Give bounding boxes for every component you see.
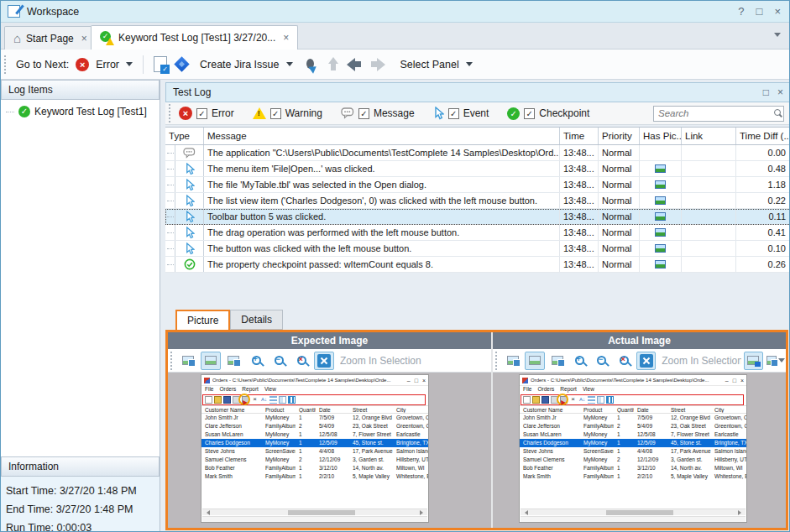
menu-item-file[interactable]: File <box>523 386 531 394</box>
menu-item-orders[interactable]: Orders <box>537 386 554 394</box>
orders-row[interactable]: Mark SmithFamilyAlbum12/2/105, Maple Val… <box>520 472 746 481</box>
picture-icon[interactable] <box>655 196 666 205</box>
maximize-icon[interactable]: □ <box>756 5 763 18</box>
orders-column-header[interactable]: City <box>393 406 428 414</box>
fit-to-window-icon[interactable] <box>636 352 656 370</box>
delete-icon[interactable]: × <box>569 396 577 404</box>
menu-item-view[interactable]: View <box>583 386 594 394</box>
tab-keyword-test-log[interactable]: ✓ Keyword Test Log [Test1] 3/27/20... × <box>91 25 298 50</box>
scroll-right-icon[interactable] <box>738 510 744 515</box>
orders-column-header[interactable]: Street <box>667 406 711 414</box>
toolbar-grip[interactable] <box>169 104 172 123</box>
log-row[interactable]: The menu item 'File|Open...' was clicked… <box>165 161 790 177</box>
picture-icon[interactable] <box>655 212 666 221</box>
error-checkbox[interactable]: ✓ <box>196 108 207 119</box>
orders-row[interactable]: Susan McLarenMyMoney112/5/087, Flower St… <box>520 430 746 439</box>
orders-column-header[interactable]: Product <box>262 406 296 414</box>
orders-row[interactable]: Charles DodgesonMyMoney112/5/0945, Stone… <box>201 439 428 447</box>
filter-error[interactable]: × ✓ Error <box>179 107 234 120</box>
scroll-thumb[interactable] <box>606 510 673 515</box>
maximize-icon[interactable]: □ <box>733 378 736 383</box>
toolbar-grip[interactable] <box>495 352 499 370</box>
maximize-icon[interactable]: □ <box>763 86 769 98</box>
orders-column-header[interactable]: Quantity <box>296 406 316 414</box>
orders-row[interactable]: Susan McLarenMyMoney112/5/087, Flower St… <box>201 430 428 439</box>
log-row[interactable]: The list view item ('Charles Dodgeson', … <box>165 193 790 209</box>
pan-mode-icon[interactable] <box>525 352 544 370</box>
results-check-icon[interactable] <box>154 56 167 72</box>
expected-image-viewer[interactable]: Orders - C:\Users\Public\Documents\TestC… <box>168 373 491 528</box>
orders-row[interactable]: John Smith JrMyMoney17/5/0912, Orange Bl… <box>520 414 746 422</box>
log-row[interactable]: The application "C:\Users\Public\Documen… <box>165 145 790 161</box>
filter-event[interactable]: ✓ Event <box>433 107 489 120</box>
toolbar-grip[interactable] <box>170 352 174 370</box>
orders-row[interactable]: Clare JeffersonFamilyAlbum25/4/0923, Oak… <box>520 422 746 430</box>
orders-hscrollbar[interactable] <box>521 509 746 515</box>
minimize-icon[interactable]: – <box>725 378 729 383</box>
orders-row[interactable]: Samuel ClemensMyMoney212/12/093, Garden … <box>201 456 428 464</box>
open-folder-icon[interactable] <box>532 396 540 404</box>
picture-options-icon[interactable] <box>766 352 786 370</box>
grid-icon[interactable] <box>597 396 604 404</box>
columns-icon[interactable] <box>606 396 614 404</box>
orders-row[interactable]: Bob FeatherFamilyAlbum13/12/1014, North … <box>520 464 746 472</box>
column-header-has-picture[interactable]: Has Pic... <box>640 128 682 144</box>
picture-icon[interactable] <box>655 228 666 237</box>
column-header-time[interactable]: Time <box>560 128 599 144</box>
menu-item-view[interactable]: View <box>264 386 276 394</box>
close-icon[interactable]: × <box>774 5 781 18</box>
menu-item-orders[interactable]: Orders <box>219 386 236 394</box>
event-checkbox[interactable]: ✓ <box>448 108 459 119</box>
zoom-out-icon[interactable] <box>592 352 611 370</box>
log-row[interactable]: Toolbar button 5 was clicked.13:48...Nor… <box>165 209 790 225</box>
close-icon[interactable]: × <box>740 378 744 383</box>
close-icon[interactable]: × <box>81 33 87 44</box>
picture-icon[interactable] <box>655 244 666 253</box>
column-header-message[interactable]: Message <box>204 128 560 144</box>
scroll-left-icon[interactable] <box>522 510 528 515</box>
create-jira-issue-button[interactable]: Create Jira Issue <box>200 59 279 70</box>
scroll-thumb[interactable] <box>288 510 355 515</box>
orders-row[interactable]: Samuel ClemensMyMoney212/12/093, Garden … <box>520 456 746 464</box>
actual-image-viewer[interactable]: Orders - C:\Users\Public\Documents\TestC… <box>493 373 786 528</box>
tab-start-page[interactable]: ⌂ Start Page × <box>4 26 97 50</box>
close-icon[interactable]: × <box>422 378 426 383</box>
open-folder-icon[interactable] <box>214 396 222 404</box>
fit-to-window-icon[interactable] <box>314 352 334 370</box>
zoom-in-icon[interactable] <box>246 352 266 370</box>
picture-icon[interactable] <box>655 180 666 189</box>
orders-row[interactable]: Charles DodgesonMyMoney112/5/0945, Stone… <box>520 439 746 447</box>
forward-icon[interactable] <box>371 58 385 71</box>
orders-column-header[interactable]: Quantity <box>614 406 634 414</box>
picture-icon[interactable] <box>655 260 666 269</box>
filter-warning[interactable]: ✓ Warning <box>253 107 322 119</box>
select-mode-icon[interactable] <box>223 352 243 370</box>
scroll-left-icon[interactable] <box>204 510 210 515</box>
chevron-down-icon[interactable] <box>466 62 473 66</box>
orders-column-header[interactable]: City <box>711 406 746 414</box>
checkpoint-checkbox[interactable]: ✓ <box>524 108 535 119</box>
log-row[interactable]: The property checkpoint passed: wItemCou… <box>165 257 790 273</box>
sidebar-item-keyword-test-log[interactable]: ✓ Keyword Test Log [Test1] <box>1 100 160 117</box>
log-row[interactable]: The drag operation was performed with th… <box>165 225 790 241</box>
search-input[interactable] <box>653 106 784 122</box>
orders-column-header[interactable]: Customer Name <box>201 406 262 414</box>
sort-icon[interactable] <box>588 396 595 404</box>
chevron-down-icon[interactable] <box>126 62 133 66</box>
message-checkbox[interactable]: ✓ <box>358 108 369 119</box>
zoom-reset-icon[interactable] <box>614 352 633 370</box>
lock-picture-icon[interactable] <box>744 352 763 370</box>
warning-checkbox[interactable]: ✓ <box>270 108 281 119</box>
picture-export-icon[interactable] <box>503 352 522 370</box>
grid-icon[interactable] <box>279 396 286 404</box>
pan-mode-icon[interactable] <box>201 352 221 370</box>
menu-item-file[interactable]: File <box>205 386 213 394</box>
bug-report-icon[interactable] <box>305 58 320 71</box>
orders-row[interactable]: Steve JohnsScreenSaver14/4/0817, Park Av… <box>520 447 746 456</box>
new-document-icon[interactable] <box>523 396 531 404</box>
help-icon[interactable]: ? <box>738 5 744 18</box>
log-row[interactable]: The file 'MyTable.tbl' was selected in t… <box>165 177 790 193</box>
column-header-priority[interactable]: Priority <box>599 128 640 144</box>
log-row[interactable]: The button was clicked with the left mou… <box>165 241 790 257</box>
sort-az-icon[interactable]: A↓ <box>578 396 586 404</box>
